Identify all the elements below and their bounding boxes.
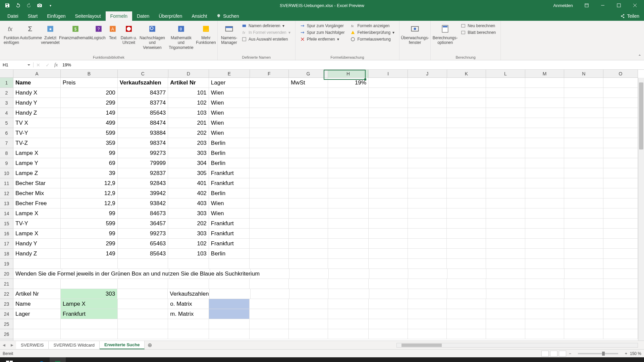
cell[interactable] <box>118 309 168 319</box>
row-header-18[interactable]: 18 <box>0 249 13 259</box>
text-button[interactable]: AText <box>107 22 119 42</box>
cell[interactable] <box>603 188 638 198</box>
cell[interactable] <box>61 279 118 289</box>
cell[interactable] <box>289 198 328 208</box>
cell[interactable] <box>447 289 486 299</box>
cell[interactable] <box>486 108 525 118</box>
cell[interactable]: TV-Z <box>13 138 61 148</box>
cell[interactable] <box>119 269 169 279</box>
row-header-4[interactable]: 4 <box>0 108 13 118</box>
cell[interactable] <box>328 249 369 259</box>
cell[interactable] <box>328 158 369 168</box>
cell[interactable] <box>603 178 638 188</box>
row-header-7[interactable]: 7 <box>0 138 13 148</box>
cell[interactable]: 299 <box>61 239 118 249</box>
cell[interactable] <box>250 138 289 148</box>
cell[interactable] <box>603 229 638 239</box>
sheet-tab-sverweis[interactable]: SVERWEIS <box>16 341 49 349</box>
cell[interactable]: 39942 <box>118 188 168 198</box>
cell[interactable] <box>486 118 525 128</box>
cell[interactable] <box>408 329 447 339</box>
cell[interactable]: 93884 <box>118 128 168 138</box>
cell[interactable] <box>250 168 289 178</box>
cell[interactable] <box>369 299 408 309</box>
cell[interactable] <box>289 289 328 299</box>
cell[interactable] <box>525 279 565 289</box>
cell[interactable] <box>525 178 565 188</box>
cell[interactable] <box>486 269 525 279</box>
cell[interactable] <box>447 249 486 259</box>
cell[interactable]: TV-Y <box>13 128 61 138</box>
column-header-L[interactable]: L <box>486 70 525 77</box>
cell[interactable]: Wenden Sie die Formel jeweils in der Grü… <box>13 269 62 279</box>
cell[interactable] <box>525 168 565 178</box>
cell[interactable] <box>289 128 328 138</box>
file-explorer-button[interactable] <box>17 357 34 362</box>
cell[interactable] <box>13 329 61 339</box>
cell[interactable] <box>525 198 565 208</box>
cell[interactable] <box>369 168 408 178</box>
cell[interactable]: Lampe X <box>13 208 61 219</box>
cell[interactable] <box>486 219 525 229</box>
cell[interactable]: Wien <box>209 128 250 138</box>
zoom-slider-thumb[interactable] <box>602 352 605 356</box>
cell[interactable] <box>408 188 447 198</box>
cell[interactable] <box>525 128 565 138</box>
cell[interactable] <box>564 88 603 98</box>
cell[interactable] <box>250 108 289 118</box>
cell[interactable] <box>408 299 447 309</box>
cell[interactable]: Lager <box>209 78 250 88</box>
row-header-26[interactable]: 26 <box>0 329 13 339</box>
cell[interactable] <box>408 239 447 249</box>
row-header-16[interactable]: 16 <box>0 229 13 239</box>
cell[interactable]: 201 <box>168 118 209 128</box>
cell[interactable] <box>486 88 525 98</box>
row-header-24[interactable]: 24 <box>0 309 13 319</box>
cell[interactable]: 303 <box>168 208 209 219</box>
cell[interactable] <box>369 269 408 279</box>
cell[interactable] <box>408 249 447 259</box>
cell[interactable] <box>118 259 168 269</box>
error-checking-button[interactable]: Fehlerüberprüfung ▾ <box>349 29 396 36</box>
cell[interactable] <box>525 229 565 239</box>
cell[interactable] <box>603 158 638 168</box>
calc-options-button[interactable]: Berechnungs- optionen <box>433 22 458 47</box>
cell[interactable] <box>603 249 638 259</box>
cell[interactable] <box>447 168 486 178</box>
row-header-17[interactable]: 17 <box>0 239 13 249</box>
cell[interactable] <box>250 98 289 108</box>
cell[interactable]: Berlin <box>209 249 250 259</box>
cell[interactable] <box>525 289 564 299</box>
cell[interactable]: 12,9 <box>61 198 118 208</box>
cell[interactable]: 303 <box>168 229 209 239</box>
cell[interactable] <box>289 98 328 108</box>
cell[interactable]: 99273 <box>118 148 168 158</box>
cell[interactable] <box>486 299 525 309</box>
cell[interactable] <box>289 138 328 148</box>
cell[interactable] <box>250 208 289 219</box>
cell[interactable] <box>369 208 408 219</box>
cell[interactable] <box>289 188 328 198</box>
signin-button[interactable]: Anmelden <box>548 3 578 8</box>
recently-used-button[interactable]: ★Zuletzt verwendet <box>41 22 60 47</box>
cell[interactable]: Berlin <box>209 148 250 158</box>
cell[interactable] <box>369 138 408 148</box>
cell[interactable]: 98374 <box>118 138 168 148</box>
cell[interactable] <box>328 309 369 319</box>
cell[interactable]: 84673 <box>118 208 168 219</box>
cell[interactable]: 84377 <box>118 88 168 98</box>
cell[interactable]: 99273 <box>118 229 168 239</box>
cell[interactable] <box>603 329 638 339</box>
cell[interactable] <box>525 239 565 249</box>
cell[interactable] <box>369 118 408 128</box>
cell[interactable] <box>168 279 209 289</box>
cell[interactable]: 203 <box>168 138 209 148</box>
cell[interactable] <box>250 178 289 188</box>
cell[interactable]: Frankfurt <box>209 168 250 178</box>
cell[interactable] <box>447 309 486 319</box>
cell[interactable] <box>250 188 289 198</box>
cell[interactable]: Berlin <box>209 188 250 198</box>
collapse-ribbon-button[interactable]: ⌃ <box>638 54 641 59</box>
cell[interactable] <box>564 198 603 208</box>
cell[interactable] <box>61 259 118 269</box>
